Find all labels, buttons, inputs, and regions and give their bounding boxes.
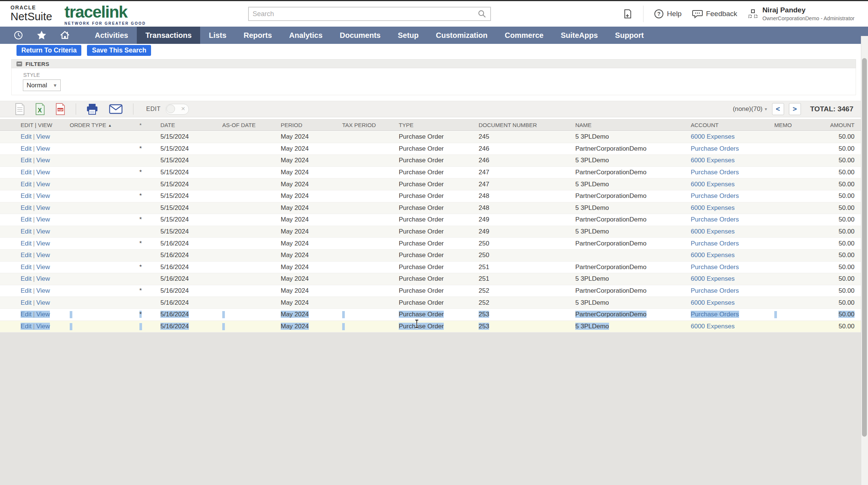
table-row[interactable]: Edit|View*5/16/2024May 2024Purchase Orde… [0, 238, 861, 250]
column-header-type[interactable]: TYPE [397, 122, 477, 128]
view-link[interactable]: View [36, 287, 50, 294]
home-button[interactable] [59, 27, 70, 44]
table-row[interactable]: Edit|View5/16/2024May 2024Purchase Order… [0, 321, 861, 333]
recent-records-button[interactable] [13, 27, 24, 44]
export-pdf-button[interactable]: PDF [55, 103, 65, 115]
view-link[interactable]: View [36, 204, 50, 211]
view-link[interactable]: View [36, 228, 50, 235]
table-row[interactable]: Edit|View5/15/2024May 2024Purchase Order… [0, 155, 861, 167]
page-range-selector[interactable]: (none)(70) ▾ [733, 105, 767, 113]
edit-link[interactable]: Edit [21, 181, 31, 188]
next-page-button[interactable]: > [789, 103, 801, 115]
email-button[interactable] [109, 104, 123, 114]
edit-link[interactable]: Edit [21, 157, 31, 164]
column-header-memo[interactable]: MEMO [771, 122, 828, 128]
print-button[interactable] [86, 103, 99, 115]
account-link[interactable]: Purchase Orders [691, 287, 739, 294]
edit-link[interactable]: Edit [21, 287, 31, 294]
table-row[interactable]: Edit|View*5/15/2024May 2024Purchase Orde… [0, 143, 861, 155]
view-link[interactable]: View [36, 275, 50, 282]
edit-link[interactable]: Edit [21, 311, 31, 318]
column-header-date[interactable]: DATE [146, 122, 219, 128]
account-link[interactable]: 6000 Expenses [691, 251, 735, 259]
table-row[interactable]: Edit|View*5/15/2024May 2024Purchase Orde… [0, 190, 861, 202]
nav-item-analytics[interactable]: Analytics [281, 27, 331, 44]
table-row[interactable]: Edit|View*5/15/2024May 2024Purchase Orde… [0, 214, 861, 226]
nav-item-lists[interactable]: Lists [200, 27, 235, 44]
previous-page-button[interactable]: < [772, 103, 784, 115]
vertical-scrollbar-thumb[interactable] [862, 58, 867, 437]
edit-link[interactable]: Edit [21, 323, 31, 330]
nav-item-setup[interactable]: Setup [389, 27, 427, 44]
view-link[interactable]: View [36, 299, 50, 306]
view-link[interactable]: View [36, 133, 50, 140]
edit-link[interactable]: Edit [21, 240, 31, 247]
account-link[interactable]: Purchase Orders [691, 192, 739, 199]
table-row[interactable]: Edit|View5/16/2024May 2024Purchase Order… [0, 250, 861, 262]
table-row[interactable]: Edit|View*5/16/2024May 2024Purchase Orde… [0, 309, 861, 321]
column-header-edit-view[interactable]: EDIT | VIEW [0, 122, 69, 128]
nav-item-support[interactable]: Support [606, 27, 652, 44]
account-link[interactable]: Purchase Orders [691, 216, 739, 223]
style-filter-select[interactable]: Normal ▼ [23, 79, 61, 91]
nav-item-commerce[interactable]: Commerce [496, 27, 552, 44]
nav-item-documents[interactable]: Documents [331, 27, 389, 44]
account-link[interactable]: 6000 Expenses [691, 133, 735, 140]
edit-link[interactable]: Edit [21, 169, 31, 176]
return-to-criteria-button[interactable]: Return To Criteria [16, 45, 81, 56]
column-header-amount[interactable]: AMOUNT [828, 122, 861, 128]
nav-item-suiteapps[interactable]: SuiteApps [552, 27, 606, 44]
user-menu[interactable]: Niraj Pandey OwnerCorporationDemo - Admi… [748, 6, 855, 21]
column-header-tax-period[interactable]: TAX PERIOD [339, 122, 397, 128]
account-link[interactable]: Purchase Orders [691, 311, 739, 318]
account-link[interactable]: 6000 Expenses [691, 299, 735, 306]
view-link[interactable]: View [36, 216, 50, 223]
account-link[interactable]: 6000 Expenses [691, 181, 735, 188]
filters-header[interactable]: FILTERS [11, 59, 856, 68]
account-link[interactable]: Purchase Orders [691, 240, 739, 247]
table-row[interactable]: Edit|View5/15/2024May 2024Purchase Order… [0, 178, 861, 190]
edit-link[interactable]: Edit [21, 263, 31, 271]
view-link[interactable]: View [36, 323, 50, 330]
column-header-star[interactable]: * [135, 122, 146, 128]
column-header-document-number[interactable]: DOCUMENT NUMBER [477, 122, 573, 128]
feedback-button[interactable]: Feedback [692, 9, 737, 19]
table-row[interactable]: Edit|View5/15/2024May 2024Purchase Order… [0, 202, 861, 214]
account-link[interactable]: Purchase Orders [691, 263, 739, 271]
help-button[interactable]: ? Help [654, 9, 682, 19]
edit-link[interactable]: Edit [21, 251, 31, 259]
edit-link[interactable]: Edit [21, 216, 31, 223]
search-button[interactable] [474, 7, 490, 20]
collapse-icon[interactable] [16, 61, 22, 66]
view-link[interactable]: View [36, 311, 50, 318]
edit-link[interactable]: Edit [21, 228, 31, 235]
account-link[interactable]: 6000 Expenses [691, 204, 735, 211]
nav-item-reports[interactable]: Reports [235, 27, 281, 44]
view-link[interactable]: View [36, 145, 50, 152]
table-row[interactable]: Edit|View*5/16/2024May 2024Purchase Orde… [0, 285, 861, 297]
account-link[interactable]: Purchase Orders [691, 145, 739, 152]
edit-link[interactable]: Edit [21, 275, 31, 282]
table-row[interactable]: Edit|View5/16/2024May 2024Purchase Order… [0, 297, 861, 309]
save-this-search-button[interactable]: Save This Search [87, 45, 151, 56]
table-row[interactable]: Edit|View5/15/2024May 2024Purchase Order… [0, 226, 861, 238]
edit-toggle[interactable]: ✕ [166, 104, 189, 115]
account-link[interactable]: Purchase Orders [691, 169, 739, 176]
edit-link[interactable]: Edit [21, 145, 31, 152]
nav-item-customization[interactable]: Customization [427, 27, 496, 44]
view-link[interactable]: View [36, 181, 50, 188]
nav-item-transactions[interactable]: Transactions [137, 27, 200, 44]
account-link[interactable]: 6000 Expenses [691, 157, 735, 164]
view-link[interactable]: View [36, 169, 50, 176]
edit-link[interactable]: Edit [21, 133, 31, 140]
edit-link[interactable]: Edit [21, 299, 31, 306]
table-row[interactable]: Edit|View*5/15/2024May 2024Purchase Orde… [0, 167, 861, 179]
view-link[interactable]: View [36, 192, 50, 199]
column-header-as-of-date[interactable]: AS-OF DATE [219, 122, 279, 128]
view-link[interactable]: View [36, 263, 50, 271]
column-header-name[interactable]: NAME [573, 122, 689, 128]
export-csv-button[interactable] [15, 103, 25, 115]
column-header-order-type[interactable]: ORDER TYPE▲ [69, 122, 135, 128]
view-link[interactable]: View [36, 240, 50, 247]
table-row[interactable]: Edit|View5/16/2024May 2024Purchase Order… [0, 273, 861, 285]
